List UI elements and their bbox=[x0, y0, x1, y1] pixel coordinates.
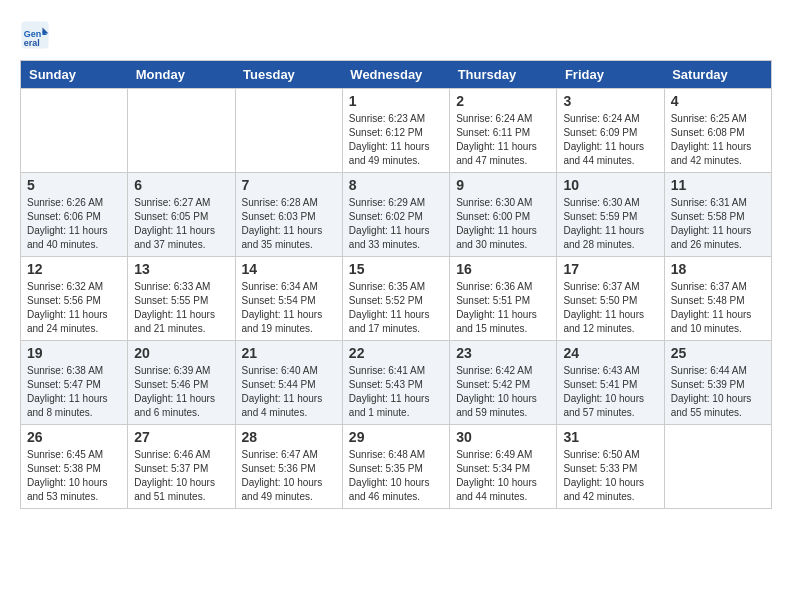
day-cell: 5Sunrise: 6:26 AMSunset: 6:06 PMDaylight… bbox=[21, 173, 128, 257]
day-number: 27 bbox=[134, 429, 228, 445]
day-cell: 20Sunrise: 6:39 AMSunset: 5:46 PMDayligh… bbox=[128, 341, 235, 425]
day-number: 25 bbox=[671, 345, 765, 361]
day-cell: 2Sunrise: 6:24 AMSunset: 6:11 PMDaylight… bbox=[450, 89, 557, 173]
day-number: 13 bbox=[134, 261, 228, 277]
day-info: Sunrise: 6:45 AMSunset: 5:38 PMDaylight:… bbox=[27, 448, 121, 504]
day-number: 11 bbox=[671, 177, 765, 193]
day-number: 6 bbox=[134, 177, 228, 193]
week-row-4: 19Sunrise: 6:38 AMSunset: 5:47 PMDayligh… bbox=[21, 341, 772, 425]
day-cell: 12Sunrise: 6:32 AMSunset: 5:56 PMDayligh… bbox=[21, 257, 128, 341]
day-number: 24 bbox=[563, 345, 657, 361]
day-number: 18 bbox=[671, 261, 765, 277]
day-of-week-saturday: Saturday bbox=[664, 61, 771, 89]
day-info: Sunrise: 6:27 AMSunset: 6:05 PMDaylight:… bbox=[134, 196, 228, 252]
day-number: 5 bbox=[27, 177, 121, 193]
day-cell: 21Sunrise: 6:40 AMSunset: 5:44 PMDayligh… bbox=[235, 341, 342, 425]
day-info: Sunrise: 6:30 AMSunset: 6:00 PMDaylight:… bbox=[456, 196, 550, 252]
day-info: Sunrise: 6:44 AMSunset: 5:39 PMDaylight:… bbox=[671, 364, 765, 420]
day-number: 16 bbox=[456, 261, 550, 277]
day-number: 12 bbox=[27, 261, 121, 277]
day-number: 26 bbox=[27, 429, 121, 445]
day-cell: 22Sunrise: 6:41 AMSunset: 5:43 PMDayligh… bbox=[342, 341, 449, 425]
week-row-5: 26Sunrise: 6:45 AMSunset: 5:38 PMDayligh… bbox=[21, 425, 772, 509]
day-number: 19 bbox=[27, 345, 121, 361]
day-number: 15 bbox=[349, 261, 443, 277]
day-info: Sunrise: 6:26 AMSunset: 6:06 PMDaylight:… bbox=[27, 196, 121, 252]
day-number: 1 bbox=[349, 93, 443, 109]
day-number: 20 bbox=[134, 345, 228, 361]
day-of-week-sunday: Sunday bbox=[21, 61, 128, 89]
day-number: 3 bbox=[563, 93, 657, 109]
day-info: Sunrise: 6:24 AMSunset: 6:09 PMDaylight:… bbox=[563, 112, 657, 168]
day-number: 14 bbox=[242, 261, 336, 277]
day-cell: 14Sunrise: 6:34 AMSunset: 5:54 PMDayligh… bbox=[235, 257, 342, 341]
day-cell: 11Sunrise: 6:31 AMSunset: 5:58 PMDayligh… bbox=[664, 173, 771, 257]
day-info: Sunrise: 6:38 AMSunset: 5:47 PMDaylight:… bbox=[27, 364, 121, 420]
day-info: Sunrise: 6:32 AMSunset: 5:56 PMDaylight:… bbox=[27, 280, 121, 336]
calendar-table: SundayMondayTuesdayWednesdayThursdayFrid… bbox=[20, 60, 772, 509]
day-info: Sunrise: 6:41 AMSunset: 5:43 PMDaylight:… bbox=[349, 364, 443, 420]
page-header: Gen eral bbox=[20, 20, 772, 50]
day-of-week-tuesday: Tuesday bbox=[235, 61, 342, 89]
day-number: 28 bbox=[242, 429, 336, 445]
day-cell: 19Sunrise: 6:38 AMSunset: 5:47 PMDayligh… bbox=[21, 341, 128, 425]
day-cell: 18Sunrise: 6:37 AMSunset: 5:48 PMDayligh… bbox=[664, 257, 771, 341]
day-cell: 4Sunrise: 6:25 AMSunset: 6:08 PMDaylight… bbox=[664, 89, 771, 173]
day-of-week-wednesday: Wednesday bbox=[342, 61, 449, 89]
day-number: 21 bbox=[242, 345, 336, 361]
day-cell: 6Sunrise: 6:27 AMSunset: 6:05 PMDaylight… bbox=[128, 173, 235, 257]
day-number: 31 bbox=[563, 429, 657, 445]
day-cell: 17Sunrise: 6:37 AMSunset: 5:50 PMDayligh… bbox=[557, 257, 664, 341]
day-info: Sunrise: 6:37 AMSunset: 5:48 PMDaylight:… bbox=[671, 280, 765, 336]
day-cell: 10Sunrise: 6:30 AMSunset: 5:59 PMDayligh… bbox=[557, 173, 664, 257]
day-info: Sunrise: 6:31 AMSunset: 5:58 PMDaylight:… bbox=[671, 196, 765, 252]
day-number: 30 bbox=[456, 429, 550, 445]
day-of-week-friday: Friday bbox=[557, 61, 664, 89]
day-info: Sunrise: 6:46 AMSunset: 5:37 PMDaylight:… bbox=[134, 448, 228, 504]
day-cell bbox=[21, 89, 128, 173]
day-cell: 23Sunrise: 6:42 AMSunset: 5:42 PMDayligh… bbox=[450, 341, 557, 425]
day-number: 4 bbox=[671, 93, 765, 109]
day-cell: 8Sunrise: 6:29 AMSunset: 6:02 PMDaylight… bbox=[342, 173, 449, 257]
day-cell: 13Sunrise: 6:33 AMSunset: 5:55 PMDayligh… bbox=[128, 257, 235, 341]
day-cell: 31Sunrise: 6:50 AMSunset: 5:33 PMDayligh… bbox=[557, 425, 664, 509]
week-row-1: 1Sunrise: 6:23 AMSunset: 6:12 PMDaylight… bbox=[21, 89, 772, 173]
day-info: Sunrise: 6:30 AMSunset: 5:59 PMDaylight:… bbox=[563, 196, 657, 252]
day-info: Sunrise: 6:39 AMSunset: 5:46 PMDaylight:… bbox=[134, 364, 228, 420]
day-info: Sunrise: 6:29 AMSunset: 6:02 PMDaylight:… bbox=[349, 196, 443, 252]
day-cell: 25Sunrise: 6:44 AMSunset: 5:39 PMDayligh… bbox=[664, 341, 771, 425]
day-info: Sunrise: 6:50 AMSunset: 5:33 PMDaylight:… bbox=[563, 448, 657, 504]
day-info: Sunrise: 6:47 AMSunset: 5:36 PMDaylight:… bbox=[242, 448, 336, 504]
day-number: 10 bbox=[563, 177, 657, 193]
day-cell: 9Sunrise: 6:30 AMSunset: 6:00 PMDaylight… bbox=[450, 173, 557, 257]
day-info: Sunrise: 6:43 AMSunset: 5:41 PMDaylight:… bbox=[563, 364, 657, 420]
day-cell: 15Sunrise: 6:35 AMSunset: 5:52 PMDayligh… bbox=[342, 257, 449, 341]
day-number: 29 bbox=[349, 429, 443, 445]
day-info: Sunrise: 6:40 AMSunset: 5:44 PMDaylight:… bbox=[242, 364, 336, 420]
svg-text:eral: eral bbox=[24, 38, 40, 48]
day-info: Sunrise: 6:35 AMSunset: 5:52 PMDaylight:… bbox=[349, 280, 443, 336]
day-number: 7 bbox=[242, 177, 336, 193]
day-info: Sunrise: 6:24 AMSunset: 6:11 PMDaylight:… bbox=[456, 112, 550, 168]
day-number: 2 bbox=[456, 93, 550, 109]
day-cell bbox=[128, 89, 235, 173]
day-number: 23 bbox=[456, 345, 550, 361]
day-of-week-thursday: Thursday bbox=[450, 61, 557, 89]
day-info: Sunrise: 6:36 AMSunset: 5:51 PMDaylight:… bbox=[456, 280, 550, 336]
day-number: 9 bbox=[456, 177, 550, 193]
day-info: Sunrise: 6:25 AMSunset: 6:08 PMDaylight:… bbox=[671, 112, 765, 168]
day-cell: 26Sunrise: 6:45 AMSunset: 5:38 PMDayligh… bbox=[21, 425, 128, 509]
day-info: Sunrise: 6:37 AMSunset: 5:50 PMDaylight:… bbox=[563, 280, 657, 336]
day-info: Sunrise: 6:33 AMSunset: 5:55 PMDaylight:… bbox=[134, 280, 228, 336]
day-cell bbox=[235, 89, 342, 173]
logo-icon: Gen eral bbox=[20, 20, 50, 50]
day-info: Sunrise: 6:23 AMSunset: 6:12 PMDaylight:… bbox=[349, 112, 443, 168]
day-cell: 30Sunrise: 6:49 AMSunset: 5:34 PMDayligh… bbox=[450, 425, 557, 509]
day-cell: 16Sunrise: 6:36 AMSunset: 5:51 PMDayligh… bbox=[450, 257, 557, 341]
day-info: Sunrise: 6:34 AMSunset: 5:54 PMDaylight:… bbox=[242, 280, 336, 336]
day-cell: 27Sunrise: 6:46 AMSunset: 5:37 PMDayligh… bbox=[128, 425, 235, 509]
day-cell bbox=[664, 425, 771, 509]
day-cell: 3Sunrise: 6:24 AMSunset: 6:09 PMDaylight… bbox=[557, 89, 664, 173]
day-number: 8 bbox=[349, 177, 443, 193]
header-row: SundayMondayTuesdayWednesdayThursdayFrid… bbox=[21, 61, 772, 89]
